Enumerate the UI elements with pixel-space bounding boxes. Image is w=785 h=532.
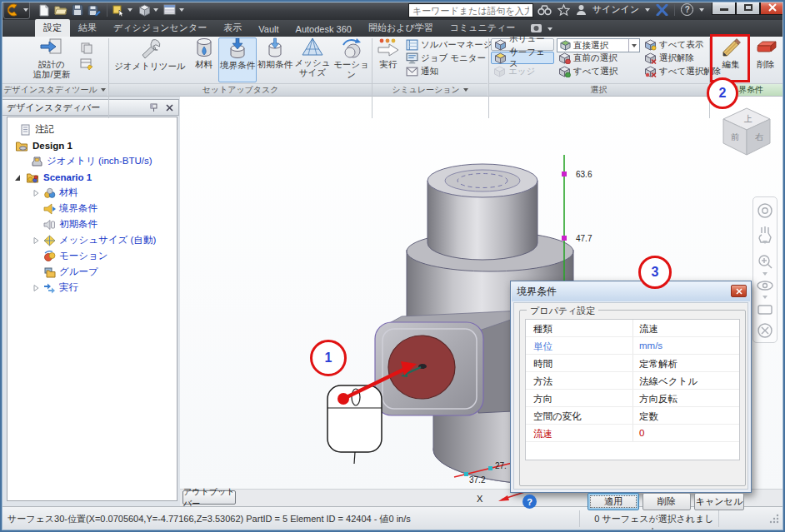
select-surface-button[interactable]: サーフェス (491, 52, 554, 64)
property-row-type[interactable]: 種類 流速 (526, 320, 739, 337)
apply-button[interactable]: 適用 (588, 493, 639, 510)
design-table-button[interactable] (80, 58, 94, 72)
orbit-icon[interactable] (758, 281, 772, 290)
mesh-size-button[interactable]: メッシュ サイズ (293, 37, 332, 82)
cancel-button[interactable]: キャンセル (694, 493, 744, 510)
exchange-x-icon[interactable] (656, 4, 668, 16)
material-button[interactable]: 材料 (190, 37, 218, 82)
tree-item-meshsize[interactable]: メッシュサイズ (自動) (8, 232, 177, 248)
boundary-conditions-button[interactable]: 境界条件 (218, 37, 257, 82)
property-value[interactable]: 定数 (632, 407, 739, 424)
property-value[interactable]: 定常解析 (632, 355, 739, 371)
dialog-help-icon[interactable]: ? (522, 495, 537, 509)
tree-item-boundary[interactable]: 境界条件 (8, 201, 177, 216)
tab-decision-center[interactable]: ディシジョンセンター (105, 19, 215, 37)
resize-grip[interactable] (768, 513, 780, 525)
screencast-caret[interactable] (548, 27, 552, 31)
tree-item-group[interactable]: グループ (8, 264, 177, 280)
collapsed-arrow-icon[interactable] (32, 236, 40, 245)
tree-item-scenario1[interactable]: Scenario 1 (8, 169, 177, 185)
tab-get-started[interactable]: 開始および学習 (360, 19, 442, 37)
nav-caret[interactable] (762, 296, 768, 299)
save-button[interactable] (70, 2, 85, 17)
run-button[interactable]: 実行 (374, 37, 402, 82)
property-value[interactable]: mm/s (632, 337, 739, 354)
direct-select-caret-zone[interactable] (628, 39, 639, 52)
tree-item-geometry[interactable]: ジオメトリ (inch-BTU/s) (8, 153, 177, 169)
selection-tool-caret[interactable] (128, 8, 132, 12)
motion-button[interactable]: モーション (332, 37, 370, 82)
tree-item-initial[interactable]: 初期条件 (8, 216, 177, 232)
search-binoculars-icon[interactable] (538, 4, 552, 16)
close-button[interactable] (760, 0, 784, 15)
panel-close-icon[interactable] (165, 103, 174, 112)
select-all-button[interactable]: すべて選択 (558, 65, 618, 77)
expanded-arrow-icon[interactable] (14, 173, 22, 181)
property-value[interactable]: 法線ベクトル (632, 372, 739, 389)
tab-vault[interactable]: Vault (250, 22, 287, 37)
geometry-tools-button[interactable]: ジオメトリツール (113, 37, 187, 82)
property-row-direction[interactable]: 方向 方向反転 (526, 390, 739, 407)
tree-item-material[interactable]: 材料 (8, 185, 177, 201)
app-logo-button[interactable] (3, 1, 30, 19)
direct-select-dropdown[interactable]: 直接選択 (557, 38, 640, 52)
property-value[interactable]: 流速 (632, 320, 739, 336)
nav-caret[interactable] (762, 272, 768, 276)
help-caret[interactable] (699, 8, 704, 12)
open-file-button[interactable] (53, 2, 68, 17)
collapsed-arrow-icon[interactable] (32, 284, 40, 292)
viewcube-tool-caret[interactable] (153, 8, 158, 12)
property-row-spatial[interactable]: 空間の変化 定数 (526, 407, 739, 425)
select-edge-button[interactable]: エッジ (493, 65, 535, 77)
dialog-close-button[interactable] (731, 285, 747, 297)
search-input[interactable] (408, 3, 533, 17)
previous-selection-button[interactable]: 直前の選択 (558, 52, 618, 64)
property-row-unit[interactable]: 単位 mm/s (526, 337, 739, 355)
minimize-button[interactable] (712, 0, 736, 15)
help-icon[interactable]: ? (681, 3, 693, 16)
property-row-method[interactable]: 方法 法線ベクトル (526, 372, 739, 390)
collapsed-arrow-icon[interactable] (32, 189, 40, 197)
dialog-titlebar[interactable]: 境界条件 (512, 282, 750, 301)
property-value[interactable]: 方向反転 (632, 390, 739, 406)
tab-results[interactable]: 結果 (70, 19, 105, 37)
signin-link[interactable]: サインイン (592, 3, 639, 16)
report-tool-button[interactable] (162, 2, 178, 17)
tree-item-run[interactable]: 実行 (8, 280, 177, 296)
signin-caret[interactable] (645, 8, 650, 12)
look-at-icon[interactable] (758, 306, 772, 314)
tree-item-notes[interactable]: 注記 (8, 122, 177, 137)
tree-item-design1[interactable]: Design 1 (8, 137, 177, 153)
design-copy-button[interactable] (80, 42, 94, 56)
initial-conditions-button[interactable]: 初期条件 (258, 37, 292, 82)
tab-view[interactable]: 表示 (215, 19, 250, 37)
delete-button[interactable]: 削除 (749, 37, 782, 82)
report-tool-caret[interactable] (179, 8, 184, 12)
viewcube-front-label: 前 (731, 132, 739, 142)
design-table-icon (80, 58, 94, 71)
show-all-button[interactable]: すべて表示 (644, 38, 703, 51)
property-value[interactable]: 0 (632, 425, 739, 441)
tab-autodesk360[interactable]: Autodesk 360 (288, 22, 360, 37)
property-row-velocity[interactable]: 流速 0 (526, 425, 739, 442)
add-update-design-button[interactable]: 設計の 追加/更新 (25, 37, 78, 82)
group-simulation[interactable]: シミュレーション (372, 83, 488, 96)
steering-wheel-icon[interactable] (758, 204, 772, 217)
new-file-button[interactable] (37, 2, 52, 17)
selection-tool-button[interactable] (111, 2, 126, 17)
deselect-button[interactable]: 選択解除 (644, 52, 694, 64)
notification-button[interactable]: 通知 (406, 65, 438, 77)
save-as-button[interactable] (87, 2, 102, 17)
tree-item-motion[interactable]: モーション (8, 248, 177, 264)
job-monitor-button[interactable]: ジョブ モニター (406, 52, 486, 64)
pan-hand-icon[interactable] (759, 226, 771, 242)
group-design-study-tools[interactable]: デザインスタディツール (2, 83, 108, 96)
favorites-star-icon[interactable] (558, 4, 570, 16)
panel-pin-icon[interactable] (149, 102, 160, 112)
dialog-delete-button[interactable]: 削除 (642, 493, 691, 510)
property-row-time[interactable]: 時間 定常解析 (526, 355, 739, 372)
tab-settings[interactable]: 設定 (35, 19, 70, 37)
maximize-button[interactable] (736, 0, 760, 15)
viewcube[interactable]: 上 前 右 (717, 105, 777, 158)
viewcube-tool-button[interactable] (137, 2, 152, 17)
